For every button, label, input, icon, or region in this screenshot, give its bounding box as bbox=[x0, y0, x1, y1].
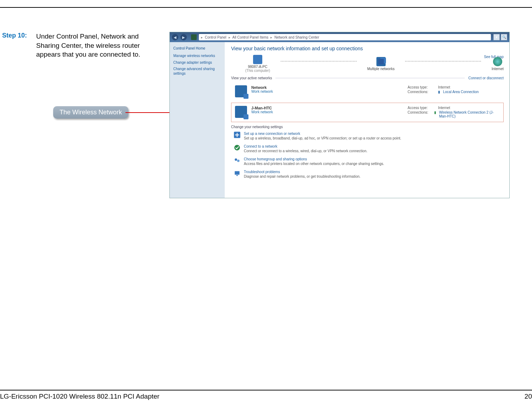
step-instruction-text: Under Control Panel, Network and Sharing… bbox=[36, 32, 164, 59]
svg-rect-5 bbox=[236, 175, 238, 176]
computer-icon bbox=[253, 55, 262, 64]
network-icon bbox=[235, 106, 247, 118]
sidebar-link-manage-wireless[interactable]: Manage wireless networks bbox=[173, 54, 221, 58]
content-pane: View your basic network information and … bbox=[225, 42, 509, 198]
settings-item-connect-network[interactable]: Connect to a network Connect or reconnec… bbox=[234, 144, 504, 153]
sidebar: Control Panel Home Manage wireless netwo… bbox=[170, 42, 225, 198]
access-type-value: Internet bbox=[438, 106, 450, 110]
change-settings-heading: Change your networking settings bbox=[231, 125, 504, 129]
settings-item-desc: Connect or reconnect to a wireless, wire… bbox=[244, 149, 368, 153]
svg-point-2 bbox=[235, 158, 237, 161]
connections-label: Connections: bbox=[408, 110, 431, 118]
access-type-label: Access type: bbox=[408, 106, 435, 110]
access-type-label: Access type: bbox=[408, 85, 435, 89]
map-node-multi: Multiple networks bbox=[367, 57, 394, 71]
chevron-right-icon: ▸ bbox=[201, 35, 203, 39]
window-titlebar: ◀ ▶ ▸ Control Panel ▸ All Control Panel … bbox=[170, 32, 509, 42]
control-panel-icon bbox=[191, 34, 197, 40]
page-heading: View your basic network information and … bbox=[231, 46, 504, 51]
sidebar-home[interactable]: Control Panel Home bbox=[173, 46, 221, 50]
connections-label: Connections: bbox=[408, 90, 435, 94]
plus-connection-icon bbox=[234, 132, 240, 138]
network-icon bbox=[235, 85, 247, 97]
settings-item-title: Troubleshoot problems bbox=[244, 170, 360, 174]
page-number: 20 bbox=[525, 393, 532, 400]
settings-item-title: Set up a new connection or network bbox=[244, 132, 401, 136]
refresh-button[interactable]: ▾ bbox=[493, 34, 500, 40]
map-node-internet: Internet bbox=[492, 57, 504, 71]
network-name: J-Man-HTC bbox=[251, 106, 403, 110]
troubleshoot-icon bbox=[234, 170, 240, 176]
signal-bars-icon: ▮ bbox=[434, 110, 436, 118]
connection-link[interactable]: Wireless Network Connection 2 (J-Man-HTC… bbox=[439, 110, 500, 118]
settings-item-new-connection[interactable]: Set up a new connection or network Set u… bbox=[234, 132, 504, 140]
settings-item-homegroup[interactable]: Choose homegroup and sharing options Acc… bbox=[234, 157, 504, 166]
sidebar-link-advanced-sharing[interactable]: Change advanced sharing settings bbox=[173, 67, 221, 76]
breadcrumb-item[interactable]: All Control Panel Items bbox=[233, 35, 269, 39]
map-node-pc-label: 98087-A-PC bbox=[248, 65, 267, 69]
nav-back-icon[interactable]: ◀ bbox=[172, 34, 178, 40]
access-type-value: Internet bbox=[438, 85, 450, 89]
network-type-link[interactable]: Work network bbox=[251, 90, 403, 93]
settings-item-desc: Set up a wireless, broadband, dial-up, a… bbox=[244, 136, 401, 140]
map-node-pc: 98087-A-PC (This computer) bbox=[245, 55, 270, 73]
screenshot-window: ◀ ▶ ▸ Control Panel ▸ All Control Panel … bbox=[169, 32, 510, 198]
breadcrumb-item[interactable]: Network and Sharing Center bbox=[274, 35, 319, 39]
signal-bars-icon: ▮ bbox=[438, 90, 440, 94]
network-card-wired: Network Work network Access type:Interne… bbox=[231, 82, 504, 101]
settings-item-title: Choose homegroup and sharing options bbox=[244, 157, 384, 161]
map-connector bbox=[281, 61, 357, 62]
settings-item-desc: Access files and printers located on oth… bbox=[244, 162, 384, 166]
chevron-right-icon: ▸ bbox=[270, 35, 272, 39]
map-node-pc-sublabel: (This computer) bbox=[245, 69, 270, 73]
globe-icon bbox=[493, 57, 502, 66]
divider bbox=[275, 78, 465, 78]
search-button[interactable]: 🔍 bbox=[501, 34, 507, 40]
settings-item-desc: Diagnose and repair network problems, or… bbox=[244, 175, 360, 178]
network-map: 98087-A-PC (This computer) Multiple netw… bbox=[245, 55, 504, 73]
connection-link[interactable]: Local Area Connection bbox=[443, 90, 479, 94]
network-card-wireless: J-Man-HTC Work network Access type:Inter… bbox=[231, 103, 504, 122]
page-top-divider bbox=[0, 7, 532, 8]
step-label: Step 10: bbox=[2, 32, 34, 39]
sidebar-link-adapter-settings[interactable]: Change adapter settings bbox=[173, 61, 221, 65]
page-footer: LG-Ericsson PCI-1020 Wireless 802.11n PC… bbox=[0, 390, 532, 400]
svg-point-1 bbox=[234, 145, 240, 150]
nav-forward-icon[interactable]: ▶ bbox=[180, 34, 187, 40]
svg-point-3 bbox=[237, 160, 240, 162]
svg-rect-4 bbox=[235, 171, 240, 175]
chevron-right-icon: ▸ bbox=[229, 35, 230, 39]
footer-product-name: LG-Ericsson PCI-1020 Wireless 802.11n PC… bbox=[0, 393, 159, 400]
settings-item-title: Connect to a network bbox=[244, 144, 368, 148]
map-connector bbox=[405, 61, 481, 62]
breadcrumb-bar[interactable]: ▸ Control Panel ▸ All Control Panel Item… bbox=[199, 34, 491, 40]
active-networks-heading: View your active networks bbox=[231, 76, 272, 80]
map-node-internet-label: Internet bbox=[492, 67, 504, 71]
network-type-link[interactable]: Work network bbox=[251, 110, 403, 114]
breadcrumb-item[interactable]: Control Panel bbox=[205, 35, 226, 39]
multiple-networks-icon bbox=[376, 57, 386, 66]
homegroup-icon bbox=[234, 157, 240, 164]
network-name: Network bbox=[251, 85, 403, 90]
settings-item-troubleshoot[interactable]: Troubleshoot problems Diagnose and repai… bbox=[234, 170, 504, 178]
connect-disconnect-link[interactable]: Connect or disconnect bbox=[468, 76, 504, 80]
annotation-callout: The Wireless Network bbox=[53, 106, 128, 119]
map-node-multi-label: Multiple networks bbox=[367, 67, 394, 71]
connect-icon bbox=[234, 144, 240, 151]
